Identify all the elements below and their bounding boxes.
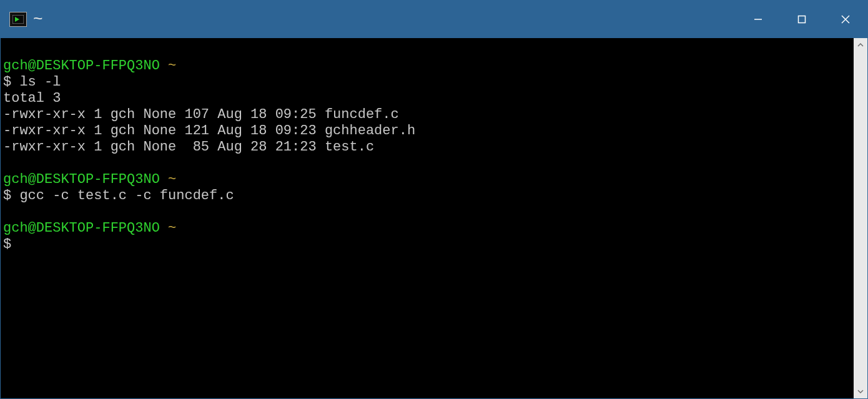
prompt-host: gch@DESKTOP-FFPQ3NO [3, 220, 160, 236]
window-controls [736, 1, 867, 38]
prompt-symbol: $ [3, 188, 11, 204]
vertical-scrollbar[interactable] [854, 38, 867, 398]
titlebar-left: ~ [1, 10, 736, 29]
window-title: ~ [33, 10, 43, 29]
prompt-path: ~ [168, 58, 176, 74]
prompt-host: gch@DESKTOP-FFPQ3NO [3, 172, 160, 187]
command-text: gcc -c test.c -c funcdef.c [19, 188, 234, 204]
titlebar[interactable]: ~ [1, 1, 867, 38]
minimize-button[interactable] [736, 1, 780, 38]
maximize-button[interactable] [780, 1, 824, 38]
terminal-output[interactable]: gch@DESKTOP-FFPQ3NO ~ $ ls -l total 3 -r… [1, 38, 854, 398]
scroll-down-icon[interactable] [854, 385, 867, 398]
scroll-up-icon[interactable] [854, 38, 867, 52]
prompt-path: ~ [168, 172, 176, 187]
svg-rect-3 [799, 16, 806, 23]
command-output: total 3 -rwxr-xr-x 1 gch None 107 Aug 18… [3, 91, 415, 155]
close-button[interactable] [824, 1, 867, 38]
command-text: ls -l [19, 74, 61, 90]
prompt-symbol: $ [3, 237, 11, 252]
terminal-window: ~ gch@DESKTOP-FFPQ3NO ~ $ ls -l total 3 … [0, 0, 868, 399]
app-icon [9, 12, 27, 27]
client-area: gch@DESKTOP-FFPQ3NO ~ $ ls -l total 3 -r… [1, 38, 867, 398]
prompt-path: ~ [168, 220, 176, 236]
prompt-symbol: $ [3, 74, 11, 90]
prompt-host: gch@DESKTOP-FFPQ3NO [3, 58, 160, 74]
